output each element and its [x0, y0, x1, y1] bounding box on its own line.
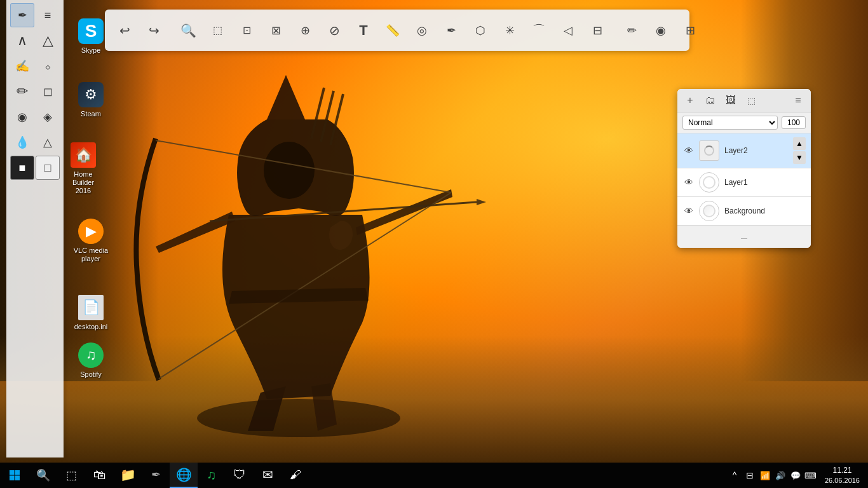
- flat-brush-tool[interactable]: ≡: [36, 3, 60, 27]
- steam-logo: ⚙: [85, 86, 97, 103]
- taskbar-mail-app[interactable]: ✉: [254, 463, 281, 488]
- cylinder-button[interactable]: ⊘: [321, 17, 348, 44]
- layer2-down-button[interactable]: ▼: [793, 151, 806, 164]
- taskbar-spotify-app2[interactable]: ♫: [198, 463, 226, 488]
- tool-group-6: ■ □: [10, 156, 60, 180]
- vlc-label: VLC mediaplayer: [74, 247, 108, 263]
- steam-label: Steam: [81, 110, 101, 118]
- image-button[interactable]: 🖼: [723, 93, 738, 108]
- fill-tool[interactable]: ◉: [10, 105, 34, 129]
- black-swatch[interactable]: ■: [10, 156, 34, 180]
- pencil-tool[interactable]: ✏: [10, 79, 34, 104]
- blend-mode-select[interactable]: Normal Multiply Screen Overlay: [682, 116, 778, 130]
- layers-header: + 🗂 🖼 ⬚ ≡: [677, 89, 811, 112]
- hard-brush-tool[interactable]: △: [36, 29, 60, 53]
- background-eye[interactable]: 👁: [682, 205, 695, 217]
- svg-rect-11: [10, 476, 15, 481]
- layer2-eye[interactable]: 👁: [682, 144, 695, 157]
- transform-button[interactable]: ⊕: [292, 17, 318, 44]
- marker-tool[interactable]: ⬦: [36, 54, 60, 78]
- text-button[interactable]: T: [350, 17, 377, 44]
- background-layer-item[interactable]: 👁 Background: [677, 197, 811, 226]
- dropper-tool[interactable]: 💧: [10, 130, 34, 154]
- layers-panel: + 🗂 🖼 ⬚ ≡ Normal Multiply Screen Overlay…: [677, 89, 811, 248]
- crop-button[interactable]: ⊠: [262, 17, 289, 44]
- layer1-thumbnail: [699, 172, 719, 193]
- color-wheel-button[interactable]: ◉: [648, 17, 674, 44]
- eraser-tool-left[interactable]: ◻: [36, 79, 60, 104]
- taskbar-explorer-app[interactable]: 📁: [114, 463, 142, 488]
- eraser-button[interactable]: ◁: [555, 17, 581, 44]
- svg-point-0: [197, 399, 400, 437]
- tool-group-1: ∧ △: [10, 29, 60, 53]
- tray-message[interactable]: 💬: [789, 463, 802, 488]
- taskbar-store-app[interactable]: 🛍: [86, 463, 114, 488]
- layer2-item[interactable]: 👁 Layer2 ▲ ▼: [677, 133, 811, 168]
- opacity-input[interactable]: [782, 116, 806, 129]
- gradient-tool[interactable]: ◈: [36, 105, 60, 129]
- undo-button[interactable]: ↩: [111, 17, 138, 44]
- background-thumbnail: [699, 201, 719, 221]
- add-layer-button[interactable]: +: [682, 93, 698, 108]
- vlc-icon[interactable]: ▶ VLC mediaplayer: [69, 216, 113, 266]
- soft-brush-tool[interactable]: ∧: [10, 29, 34, 53]
- tray-wifi[interactable]: 📶: [759, 463, 771, 488]
- 3d-button[interactable]: ⬡: [467, 17, 494, 44]
- select-button[interactable]: ⬚: [204, 17, 231, 44]
- warp-button[interactable]: ✳: [496, 17, 523, 44]
- shape-tool[interactable]: △: [36, 130, 60, 154]
- ruler-button[interactable]: 📏: [379, 17, 406, 44]
- white-swatch[interactable]: □: [36, 156, 60, 180]
- ink-pen-tool[interactable]: ✒: [10, 3, 34, 27]
- tray-chevron[interactable]: ^: [728, 463, 741, 488]
- folder-button[interactable]: 🗂: [703, 93, 718, 108]
- pen-button[interactable]: ✒: [438, 17, 465, 44]
- liquify-button[interactable]: ◎: [409, 17, 435, 44]
- layer1-eye[interactable]: 👁: [682, 176, 695, 189]
- homebuilder-label: Home Builder2016: [64, 170, 103, 196]
- tray-network[interactable]: ⊟: [743, 463, 756, 488]
- tool-group-4: ◉ ◈: [10, 105, 60, 129]
- start-button[interactable]: [0, 463, 29, 488]
- layer1-item[interactable]: 👁 Layer1: [677, 168, 811, 197]
- vlc-logo: ▶: [86, 223, 97, 240]
- desktopini-icon[interactable]: 📄 desktop.ini: [69, 292, 113, 334]
- curve-button[interactable]: ⌒: [526, 17, 552, 44]
- taskbar-security-app[interactable]: 🛡: [226, 463, 254, 488]
- homebuilder-icon[interactable]: 🏠 Home Builder2016: [61, 140, 105, 198]
- mask-button[interactable]: ⬚: [743, 93, 759, 108]
- taskbar-taskview-button[interactable]: ⬚: [57, 463, 86, 488]
- layers-footer-label: —: [741, 234, 747, 241]
- layers-menu-button[interactable]: ≡: [790, 93, 806, 108]
- grid-button[interactable]: ⊞: [677, 17, 703, 44]
- skype-label: Skype: [81, 46, 101, 55]
- left-toolbar: ✒ ≡ ∧ △ ✍ ⬦ ✏ ◻ ◉ ◈ 💧 △ ■ □: [6, 0, 64, 458]
- tool-group-2: ✍ ⬦: [10, 54, 60, 78]
- layer2-up-button[interactable]: ▲: [793, 137, 806, 150]
- zoom-button[interactable]: 🔍: [175, 17, 201, 44]
- layer1-thumb-img: [703, 176, 715, 189]
- taskbar-right: ^ ⊟ 📶 🔊 💬 ⌨ 11.21 26.06.2016: [728, 463, 868, 488]
- spotify-logo: ♫: [86, 347, 97, 363]
- tray-keyboard[interactable]: ⌨: [804, 463, 817, 488]
- clock-date: 26.06.2016: [825, 476, 860, 485]
- taskbar-search-button[interactable]: 🔍: [29, 463, 57, 488]
- select2-button[interactable]: ⊡: [233, 17, 260, 44]
- svg-point-1: [264, 142, 315, 199]
- redo-button[interactable]: ↪: [140, 17, 167, 44]
- steam-icon[interactable]: ⚙ Steam: [69, 79, 113, 121]
- stamp-button[interactable]: ⊟: [584, 17, 611, 44]
- calligraphy-tool[interactable]: ✍: [10, 54, 34, 78]
- spotify-label: Spotify: [80, 370, 102, 379]
- homebuilder-logo: 🏠: [75, 147, 92, 163]
- windows-logo: [9, 470, 20, 481]
- taskbar-inkscape-app[interactable]: ✒: [142, 463, 170, 488]
- taskbar-paint-app[interactable]: 🖌: [281, 463, 309, 488]
- taskbar: 🔍 ⬚ 🛍 📁 ✒ 🌐 ♫ 🛡 ✉ 🖌 ^ ⊟ 📶 🔊 💬 ⌨ 11.21 26…: [0, 463, 868, 488]
- tray-volume[interactable]: 🔊: [774, 463, 787, 488]
- brush-button[interactable]: ✏: [618, 17, 645, 44]
- layer2-actions: ▲ ▼: [793, 137, 806, 164]
- clock[interactable]: 11.21 26.06.2016: [820, 463, 865, 488]
- taskbar-chrome-app[interactable]: 🌐: [170, 463, 198, 488]
- spotify-icon[interactable]: ♫ Spotify: [69, 340, 113, 381]
